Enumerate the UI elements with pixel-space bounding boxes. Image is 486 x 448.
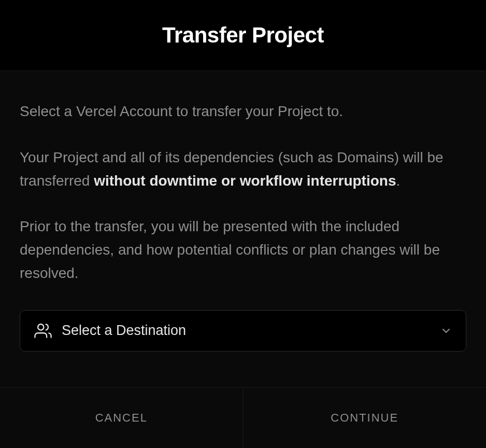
- description-line-3: Prior to the transfer, you will be prese…: [20, 215, 466, 285]
- dialog-title: Transfer Project: [10, 23, 476, 48]
- dialog-body: Select a Vercel Account to transfer your…: [0, 71, 486, 388]
- people-icon: [34, 321, 52, 340]
- description-line-2: Your Project and all of its dependencies…: [20, 146, 466, 193]
- continue-button[interactable]: CONTINUE: [244, 388, 487, 448]
- description-line-1: Select a Vercel Account to transfer your…: [20, 100, 466, 123]
- chevron-down-icon: [440, 325, 452, 337]
- description-line-2-part-c: .: [396, 173, 400, 189]
- destination-select[interactable]: Select a Destination: [20, 310, 466, 352]
- destination-select-label: Select a Destination: [62, 323, 440, 339]
- dialog-header: Transfer Project: [0, 0, 486, 71]
- svg-point-0: [38, 324, 44, 330]
- dialog-footer: CANCEL CONTINUE: [0, 388, 486, 448]
- cancel-button[interactable]: CANCEL: [0, 388, 243, 448]
- transfer-project-dialog: Transfer Project Select a Vercel Account…: [0, 0, 486, 448]
- description-line-2-strong: without downtime or workflow interruptio…: [94, 173, 396, 189]
